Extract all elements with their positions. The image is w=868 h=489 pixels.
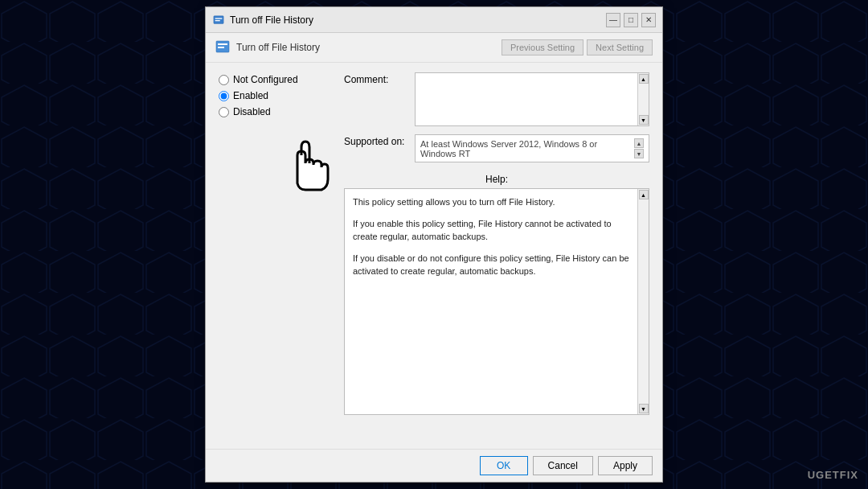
title-text: Turn off File History <box>230 14 313 26</box>
enabled-option[interactable]: Enabled <box>219 90 331 101</box>
supported-value: At least Windows Server 2012, Windows 8 … <box>420 139 634 158</box>
help-section: Help: This policy setting allows you to … <box>344 174 649 415</box>
comment-scroll-up[interactable]: ▲ <box>639 74 649 84</box>
svg-rect-9 <box>218 47 224 48</box>
svg-rect-6 <box>215 20 220 21</box>
help-scrollbar: ▲ ▼ <box>637 189 649 414</box>
apply-button[interactable]: Apply <box>598 456 653 475</box>
enabled-radio[interactable] <box>219 91 229 101</box>
next-setting-button[interactable]: Next Setting <box>587 39 653 55</box>
left-panel: Not Configured Enabled Disabled <box>219 72 331 439</box>
help-para-3: If you disable or do not configure this … <box>353 252 629 278</box>
not-configured-option[interactable]: Not Configured <box>219 74 331 85</box>
previous-setting-button[interactable]: Previous Setting <box>502 39 583 55</box>
comment-input[interactable] <box>416 73 637 125</box>
cancel-button[interactable]: Cancel <box>533 456 593 475</box>
watermark: UGETFIX <box>808 469 858 481</box>
dialog-header: Turn off File History Previous Setting N… <box>206 33 662 63</box>
supported-label: Supported on: <box>344 134 408 147</box>
supported-row: Supported on: At least Windows Server 20… <box>344 134 649 162</box>
svg-rect-4 <box>214 15 223 23</box>
svg-rect-5 <box>215 18 223 18</box>
comment-scroll-down[interactable]: ▼ <box>639 115 649 125</box>
minimize-button[interactable]: — <box>606 13 620 27</box>
disabled-option[interactable]: Disabled <box>219 106 331 117</box>
title-bar: Turn off File History — □ ✕ <box>206 7 662 33</box>
help-para-1: This policy setting allows you to turn o… <box>353 195 629 209</box>
disabled-label: Disabled <box>233 106 271 117</box>
not-configured-radio[interactable] <box>219 75 229 85</box>
comment-label: Comment: <box>344 72 408 85</box>
not-configured-label: Not Configured <box>233 74 298 85</box>
supported-value-box: At least Windows Server 2012, Windows 8 … <box>415 134 649 162</box>
ok-button[interactable]: OK <box>480 456 528 475</box>
supported-scroll-down[interactable]: ▼ <box>634 149 644 158</box>
nav-buttons: Previous Setting Next Setting <box>502 39 653 55</box>
dialog-footer: OK Cancel Apply <box>206 449 662 482</box>
help-scroll-up[interactable]: ▲ <box>639 190 649 199</box>
comment-row: Comment: ▲ ▼ <box>344 72 649 126</box>
help-label: Help: <box>344 174 649 185</box>
header-title: Turn off File History <box>236 42 320 53</box>
comment-wrapper: ▲ ▼ <box>415 72 649 126</box>
dialog-body: Not Configured Enabled Disabled Comment: <box>206 63 662 449</box>
supported-scroll-up[interactable]: ▲ <box>634 138 644 148</box>
maximize-button[interactable]: □ <box>624 13 638 27</box>
radio-group: Not Configured Enabled Disabled <box>219 74 331 117</box>
close-button[interactable]: ✕ <box>641 13 656 27</box>
enabled-label: Enabled <box>233 90 268 101</box>
help-scroll-down[interactable]: ▼ <box>639 404 649 413</box>
help-content: This policy setting allows you to turn o… <box>345 189 637 414</box>
dialog-window: Turn off File History — □ ✕ Turn off Fil… <box>205 6 663 483</box>
header-icon <box>215 39 231 55</box>
title-controls: — □ ✕ <box>606 13 656 27</box>
help-para-2: If you enable this policy setting, File … <box>353 217 629 244</box>
dialog-icon <box>212 14 225 27</box>
right-panel: Comment: ▲ ▼ Supported on: <box>344 72 649 439</box>
svg-rect-8 <box>218 43 227 45</box>
disabled-radio[interactable] <box>219 107 229 117</box>
